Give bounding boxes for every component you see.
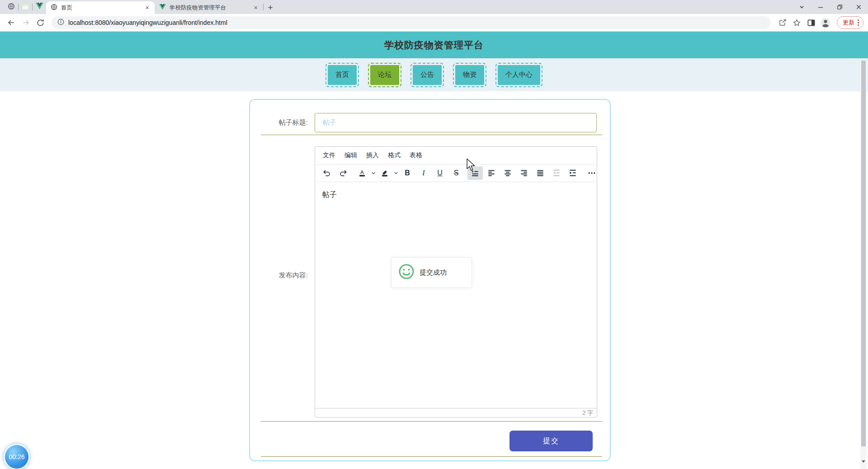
menu-insert[interactable]: 插入 xyxy=(362,149,383,162)
tab-search-chevron-icon[interactable] xyxy=(792,0,811,14)
align-center-icon[interactable] xyxy=(500,166,515,180)
underline-icon[interactable]: U xyxy=(432,166,448,180)
word-count: 2 字 xyxy=(582,409,593,417)
browser-tab-strip: 首页 × 学校防疫物资管理平台 × + xyxy=(0,0,868,14)
globe-icon xyxy=(51,4,57,12)
scrollbar-thumb[interactable] xyxy=(861,61,866,446)
menu-format[interactable]: 格式 xyxy=(384,149,405,162)
new-tab-button[interactable]: + xyxy=(264,1,277,14)
outdent-icon xyxy=(549,166,564,180)
undo-icon[interactable] xyxy=(319,166,335,180)
tab-title: 学校防疫物资管理平台 xyxy=(170,4,248,12)
tab-title: 首页 xyxy=(61,4,140,12)
menu-table[interactable]: 表格 xyxy=(406,149,426,162)
site-nav: 首页 论坛 公告 物资 个人中心 xyxy=(0,58,868,91)
window-controls xyxy=(792,0,868,14)
nav-item-profile[interactable]: 个人中心 xyxy=(498,65,540,85)
more-options-icon[interactable] xyxy=(584,166,599,180)
browser-menu-icon[interactable] xyxy=(858,19,859,26)
url-text[interactable]: localhost:8080/xiaoyuanyiqingwuziguanli/… xyxy=(68,19,227,26)
smiley-success-icon xyxy=(398,263,415,281)
align-left-icon[interactable] xyxy=(484,166,499,180)
document-icon xyxy=(22,4,29,10)
bookmark-star-icon[interactable] xyxy=(790,16,803,29)
tab-close-icon[interactable]: × xyxy=(252,4,259,12)
divider xyxy=(261,456,602,457)
site-info-icon[interactable] xyxy=(57,19,64,27)
chevron-down-icon[interactable] xyxy=(370,166,377,180)
browser-update-button[interactable]: 更新 xyxy=(837,16,863,29)
nav-item-home[interactable]: 首页 xyxy=(328,65,357,85)
editor-menubar: 文件 编辑 插入 格式 表格 xyxy=(315,147,597,164)
editor-content-area[interactable]: 帖子 xyxy=(315,182,597,408)
align-justify-icon[interactable] xyxy=(533,166,548,180)
text-color-button[interactable]: A xyxy=(354,166,377,180)
nav-item-announcements[interactable]: 公告 xyxy=(413,65,442,85)
highlight-color-icon[interactable] xyxy=(377,166,392,180)
indent-icon[interactable] xyxy=(565,166,580,180)
nav-item-forum[interactable]: 论坛 xyxy=(370,65,399,85)
page-title: 学校防疫物资管理平台 xyxy=(384,39,484,52)
minimize-icon[interactable] xyxy=(811,0,830,14)
post-content-label: 发布内容: xyxy=(250,271,308,280)
update-label: 更新 xyxy=(843,19,854,27)
pinned-tab-document[interactable] xyxy=(19,0,32,14)
tab-close-icon[interactable]: × xyxy=(143,4,151,12)
menu-edit[interactable]: 编辑 xyxy=(340,149,361,162)
editor-statusbar: 2 字 xyxy=(315,408,597,417)
nav-item-supplies[interactable]: 物资 xyxy=(455,65,484,85)
italic-icon[interactable]: I xyxy=(416,166,431,180)
line-height-icon[interactable] xyxy=(467,166,483,180)
editor-content-text[interactable]: 帖子 xyxy=(322,190,590,200)
align-right-icon[interactable] xyxy=(516,166,532,180)
restore-window-icon[interactable] xyxy=(830,0,849,14)
pinned-tab-globe[interactable] xyxy=(5,0,18,14)
menu-file[interactable]: 文件 xyxy=(319,149,340,162)
svg-text:A: A xyxy=(360,169,364,175)
tab-home[interactable]: 首页 × xyxy=(46,1,155,14)
post-title-input[interactable] xyxy=(315,113,597,132)
back-icon[interactable] xyxy=(5,16,18,29)
tab-platform[interactable]: 学校防疫物资管理平台 × xyxy=(155,1,263,14)
screen-recorder-timer[interactable]: 00:26 xyxy=(4,444,30,469)
post-title-label: 帖子标题: xyxy=(250,118,308,127)
scrollbar-down-arrow-icon[interactable] xyxy=(862,460,865,463)
site-header: 学校防疫物资管理平台 xyxy=(0,32,868,58)
globe-icon xyxy=(8,3,15,12)
toast-message: 提交成功 xyxy=(420,268,447,277)
vue-icon xyxy=(36,3,43,11)
browser-address-bar: localhost:8080/xiaoyuanyiqingwuziguanli/… xyxy=(0,14,868,32)
profile-avatar[interactable] xyxy=(819,16,832,29)
chevron-down-icon[interactable] xyxy=(393,166,399,180)
strikethrough-icon[interactable]: S xyxy=(448,166,464,180)
submit-button[interactable]: 提交 xyxy=(509,431,593,451)
post-form-panel: 帖子标题: 发布内容: 文件 编辑 插入 格式 表格 xyxy=(249,99,611,461)
divider xyxy=(261,421,602,422)
refresh-icon[interactable] xyxy=(33,16,47,29)
pinned-tab-vue[interactable] xyxy=(33,0,46,14)
forward-icon[interactable] xyxy=(19,16,33,29)
screen: 首页 × 学校防疫物资管理平台 × + xyxy=(0,0,868,469)
editor-toolbar: A B I xyxy=(315,164,597,182)
bold-icon[interactable]: B xyxy=(400,166,415,180)
recorder-time: 00:26 xyxy=(9,453,24,460)
close-window-icon[interactable] xyxy=(849,0,868,14)
share-icon[interactable] xyxy=(775,16,789,29)
redo-icon[interactable] xyxy=(335,166,351,180)
highlight-color-button[interactable] xyxy=(377,166,399,180)
vue-icon xyxy=(159,4,166,12)
url-bar[interactable]: localhost:8080/xiaoyuanyiqingwuziguanli/… xyxy=(52,16,771,29)
side-panel-icon[interactable] xyxy=(804,16,818,29)
text-color-icon[interactable]: A xyxy=(354,166,370,180)
divider xyxy=(261,135,602,135)
success-toast: 提交成功 xyxy=(391,257,472,288)
